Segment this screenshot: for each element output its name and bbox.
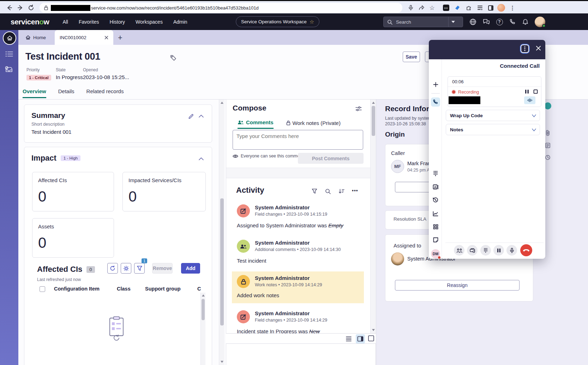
chat-icon[interactable]: [481, 17, 492, 27]
user-avatar[interactable]: [535, 17, 545, 27]
bookmark-star-icon[interactable]: ☆: [428, 4, 436, 12]
mic-permission-icon[interactable]: [407, 4, 415, 12]
activity-more-icon[interactable]: •••: [352, 188, 358, 193]
post-comments-button[interactable]: Post Comments: [298, 153, 364, 164]
col-configuration-item[interactable]: Configuration Item: [54, 286, 100, 292]
call-history-icon[interactable]: [431, 196, 440, 205]
tab-overview[interactable]: Overview: [23, 88, 46, 98]
extension-dark-icon[interactable]: oo: [442, 4, 450, 12]
tab-incident[interactable]: INC0010002: [55, 30, 113, 45]
nav-favorites[interactable]: Favorites: [79, 19, 99, 25]
collapse-impact-icon[interactable]: [199, 157, 204, 160]
apps-grid-icon[interactable]: [431, 222, 440, 231]
entry-author[interactable]: System Administrator: [255, 204, 327, 210]
call-panel-menu-icon[interactable]: [521, 44, 529, 53]
activity-filter-icon[interactable]: [312, 189, 317, 194]
history-rail-icon[interactable]: [545, 155, 556, 160]
share-icon[interactable]: [417, 4, 426, 12]
notifications-bell-icon[interactable]: [520, 17, 530, 27]
agent-presence-avatar[interactable]: DM: [431, 249, 440, 258]
nav-all[interactable]: All: [62, 19, 68, 25]
nav-workspaces[interactable]: Workspaces: [136, 19, 163, 25]
close-tab-icon[interactable]: [104, 36, 108, 40]
table-scrollbar[interactable]: [200, 293, 205, 365]
agent-assist-icon[interactable]: [544, 102, 551, 109]
activity-scrollbar[interactable]: [370, 100, 376, 333]
hold-call-icon[interactable]: [493, 245, 504, 256]
rail-inbox-icon[interactable]: [5, 66, 13, 74]
col-support-group[interactable]: Support group: [145, 286, 181, 292]
end-call-button[interactable]: [520, 244, 532, 256]
global-search[interactable]: [383, 17, 463, 27]
filter-list-icon[interactable]: 1: [134, 263, 145, 274]
entry-author[interactable]: System Administrator: [255, 275, 322, 281]
favorite-star-icon[interactable]: ☆: [310, 19, 314, 25]
compose-settings-icon[interactable]: [355, 106, 362, 112]
browser-back-icon[interactable]: [5, 4, 13, 12]
side-panel-icon[interactable]: [486, 4, 495, 12]
full-view-icon[interactable]: [368, 335, 374, 342]
entry-author[interactable]: System Administrator: [255, 310, 327, 316]
list-settings-icon[interactable]: [121, 263, 131, 274]
pause-recording-icon[interactable]: [525, 89, 529, 94]
activity-search-icon[interactable]: [325, 189, 331, 194]
browser-profile-avatar[interactable]: [497, 4, 505, 12]
globe-icon[interactable]: [468, 17, 478, 27]
entry-author[interactable]: System Administrator: [255, 240, 341, 246]
select-all-checkbox[interactable]: [40, 286, 45, 292]
phone-header-icon[interactable]: [507, 17, 518, 27]
search-input[interactable]: [395, 19, 448, 25]
call-analytics-icon[interactable]: [431, 209, 440, 218]
split-view-icon[interactable]: [356, 334, 365, 343]
mute-mic-icon[interactable]: [506, 245, 517, 256]
tab-home[interactable]: Home: [20, 30, 52, 45]
nav-admin[interactable]: Admin: [173, 19, 187, 25]
tab-work-notes[interactable]: Work notes (Private): [286, 119, 341, 129]
col-class[interactable]: Class: [117, 286, 131, 292]
comment-textarea[interactable]: [233, 130, 363, 150]
caller-name[interactable]: Mark Fran: [407, 161, 431, 166]
servicenow-logo[interactable]: servicenow: [11, 18, 49, 26]
details-rail-icon[interactable]: [545, 143, 556, 148]
search-context-dropdown[interactable]: [448, 17, 458, 27]
reading-list-icon[interactable]: [476, 4, 484, 12]
wrap-up-code-expander[interactable]: Wrap Up Code: [446, 110, 540, 121]
consult-call-icon[interactable]: [454, 245, 464, 256]
reassign-button[interactable]: Reassign: [395, 280, 520, 291]
audio-waveform-button[interactable]: [524, 96, 535, 104]
stat-assets[interactable]: Assets 0: [32, 218, 114, 258]
tab-comments[interactable]: Comments: [238, 119, 274, 129]
extension-blue-icon[interactable]: [453, 4, 462, 12]
add-button[interactable]: Add: [181, 263, 200, 274]
notes-expander[interactable]: Notes: [446, 124, 540, 135]
activity-sort-icon[interactable]: [338, 189, 344, 194]
notes-rail-icon[interactable]: [431, 235, 440, 244]
collapse-summary-icon[interactable]: [199, 114, 204, 118]
transfer-device-icon[interactable]: [467, 245, 478, 256]
contact-card-icon[interactable]: [431, 182, 440, 191]
browser-menu-icon[interactable]: ⋮: [508, 4, 517, 12]
attachment-icon[interactable]: [545, 130, 556, 136]
overview-scrollbar[interactable]: [219, 100, 224, 365]
assignee-avatar[interactable]: [391, 252, 404, 265]
keypad-icon[interactable]: [480, 245, 491, 256]
extensions-puzzle-icon[interactable]: [464, 4, 473, 12]
phone-rail-icon[interactable]: [431, 97, 440, 107]
tag-icon[interactable]: [170, 55, 176, 61]
refresh-list-icon[interactable]: [107, 263, 118, 274]
save-button[interactable]: Save: [403, 52, 420, 62]
stat-affected-cis[interactable]: Affected CIs 0: [32, 172, 114, 211]
tab-related-records[interactable]: Related records: [86, 88, 124, 98]
caller-avatar[interactable]: MF: [391, 160, 404, 173]
edit-summary-icon[interactable]: [188, 113, 194, 119]
tab-details[interactable]: Details: [58, 88, 74, 98]
dialpad-rail-icon[interactable]: [431, 169, 440, 178]
call-panel-close-icon[interactable]: [536, 46, 541, 51]
workspace-switcher[interactable]: Service Operations Workspace ☆: [236, 16, 319, 27]
add-call-icon[interactable]: [431, 80, 440, 89]
browser-forward-icon[interactable]: [16, 4, 25, 12]
home-rail-button[interactable]: [3, 31, 16, 45]
address-bar[interactable]: service-now.com/now/sow/record/incident/…: [40, 3, 402, 13]
list-view-icon[interactable]: [345, 335, 352, 342]
remove-button[interactable]: Remove: [152, 263, 173, 274]
